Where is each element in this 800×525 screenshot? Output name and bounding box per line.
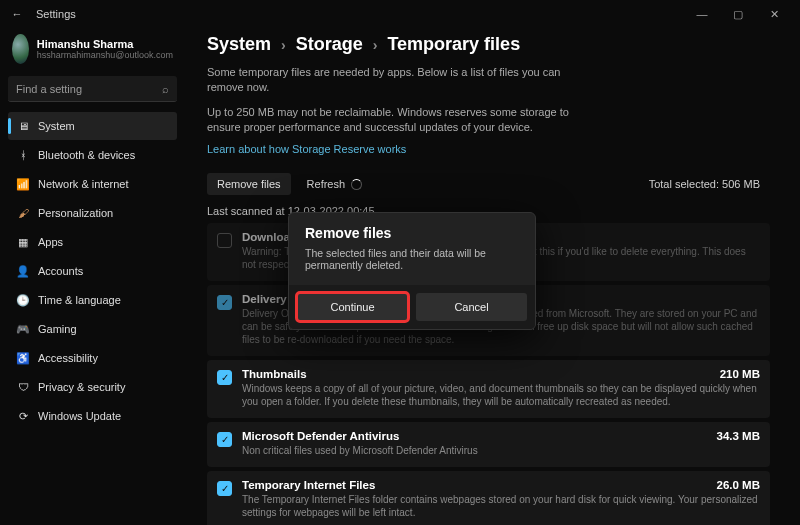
sidebar-item-network-internet[interactable]: 📶Network & internet: [8, 170, 177, 198]
nav-icon: ▦: [16, 235, 30, 249]
item-size: 210 MB: [720, 368, 760, 380]
checkbox[interactable]: ✓: [217, 432, 232, 447]
spinner-icon: [351, 179, 362, 190]
action-bar: Remove files Refresh Total selected: 506…: [207, 173, 770, 195]
item-title: Thumbnails: [242, 368, 307, 380]
nav-label: Personalization: [38, 207, 113, 219]
account-card[interactable]: Himanshu Sharma hssharmahimanshu@outlook…: [8, 32, 177, 72]
nav-label: System: [38, 120, 75, 132]
checkbox[interactable]: ✓: [217, 295, 232, 310]
refresh-label: Refresh: [307, 178, 346, 190]
refresh-button[interactable]: Refresh: [299, 173, 371, 195]
nav-icon: 👤: [16, 264, 30, 278]
nav-label: Bluetooth & devices: [38, 149, 135, 161]
nav-label: Accessibility: [38, 352, 98, 364]
intro-text-2: Up to 250 MB may not be reclaimable. Win…: [207, 105, 587, 135]
nav-label: Network & internet: [38, 178, 128, 190]
breadcrumb-storage[interactable]: Storage: [296, 34, 363, 55]
nav-list: 🖥SystemᚼBluetooth & devices📶Network & in…: [8, 112, 177, 430]
nav-icon: 🛡: [16, 380, 30, 394]
nav-icon: ᚼ: [16, 148, 30, 162]
total-selected: Total selected: 506 MB: [649, 178, 770, 190]
storage-reserve-link[interactable]: Learn about how Storage Reserve works: [207, 143, 406, 155]
item-size: 26.0 MB: [717, 479, 760, 491]
nav-label: Apps: [38, 236, 63, 248]
search-input[interactable]: Find a setting ⌕: [8, 76, 177, 102]
sidebar-item-personalization[interactable]: 🖌Personalization: [8, 199, 177, 227]
cancel-button[interactable]: Cancel: [416, 293, 527, 321]
file-category-item: ✓Thumbnails210 MBWindows keeps a copy of…: [207, 360, 770, 418]
nav-icon: 🖥: [16, 119, 30, 133]
chevron-right-icon: ›: [281, 37, 286, 53]
sidebar-item-bluetooth-devices[interactable]: ᚼBluetooth & devices: [8, 141, 177, 169]
sidebar-item-accessibility[interactable]: ♿Accessibility: [8, 344, 177, 372]
sidebar-item-privacy-security[interactable]: 🛡Privacy & security: [8, 373, 177, 401]
item-description: The Temporary Internet Files folder cont…: [242, 493, 760, 519]
sidebar-item-accounts[interactable]: 👤Accounts: [8, 257, 177, 285]
sidebar-item-windows-update[interactable]: ⟳Windows Update: [8, 402, 177, 430]
sidebar-item-apps[interactable]: ▦Apps: [8, 228, 177, 256]
titlebar: ← Settings ― ▢ ✕: [0, 0, 800, 28]
nav-icon: 📶: [16, 177, 30, 191]
account-email: hssharmahimanshu@outlook.com: [37, 50, 173, 60]
nav-label: Privacy & security: [38, 381, 125, 393]
remove-files-dialog: Remove files The selected files and thei…: [288, 212, 536, 330]
checkbox[interactable]: ✓: [217, 481, 232, 496]
dialog-body: The selected files and their data will b…: [289, 245, 535, 285]
maximize-button[interactable]: ▢: [720, 0, 756, 28]
nav-icon: ♿: [16, 351, 30, 365]
back-button[interactable]: ←: [8, 8, 26, 20]
continue-button[interactable]: Continue: [297, 293, 408, 321]
breadcrumb-system[interactable]: System: [207, 34, 271, 55]
search-placeholder: Find a setting: [16, 83, 82, 95]
nav-label: Time & language: [38, 294, 121, 306]
sidebar: Himanshu Sharma hssharmahimanshu@outlook…: [0, 28, 185, 525]
nav-label: Windows Update: [38, 410, 121, 422]
avatar: [12, 34, 29, 64]
file-category-item: ✓Microsoft Defender Antivirus34.3 MBNon …: [207, 422, 770, 467]
breadcrumb-temp-files: Temporary files: [387, 34, 520, 55]
checkbox[interactable]: [217, 233, 232, 248]
chevron-right-icon: ›: [373, 37, 378, 53]
item-title: Microsoft Defender Antivirus: [242, 430, 399, 442]
item-size: 34.3 MB: [717, 430, 760, 442]
nav-icon: 🕒: [16, 293, 30, 307]
search-icon: ⌕: [162, 83, 169, 95]
nav-icon: ⟳: [16, 409, 30, 423]
nav-icon: 🎮: [16, 322, 30, 336]
nav-label: Gaming: [38, 323, 77, 335]
checkbox[interactable]: ✓: [217, 370, 232, 385]
window-title: Settings: [36, 8, 76, 20]
account-name: Himanshu Sharma: [37, 38, 173, 50]
sidebar-item-system[interactable]: 🖥System: [8, 112, 177, 140]
item-description: Windows keeps a copy of all of your pict…: [242, 382, 760, 408]
nav-label: Accounts: [38, 265, 83, 277]
close-button[interactable]: ✕: [756, 0, 792, 28]
sidebar-item-time-language[interactable]: 🕒Time & language: [8, 286, 177, 314]
nav-icon: 🖌: [16, 206, 30, 220]
intro-text-1: Some temporary files are needed by apps.…: [207, 65, 587, 95]
dialog-title: Remove files: [289, 213, 535, 245]
minimize-button[interactable]: ―: [684, 0, 720, 28]
file-category-item: ✓Temporary Internet Files26.0 MBThe Temp…: [207, 471, 770, 525]
sidebar-item-gaming[interactable]: 🎮Gaming: [8, 315, 177, 343]
item-description: Non critical files used by Microsoft Def…: [242, 444, 760, 457]
item-title: Temporary Internet Files: [242, 479, 375, 491]
breadcrumb: System › Storage › Temporary files: [207, 34, 770, 55]
remove-files-button[interactable]: Remove files: [207, 173, 291, 195]
